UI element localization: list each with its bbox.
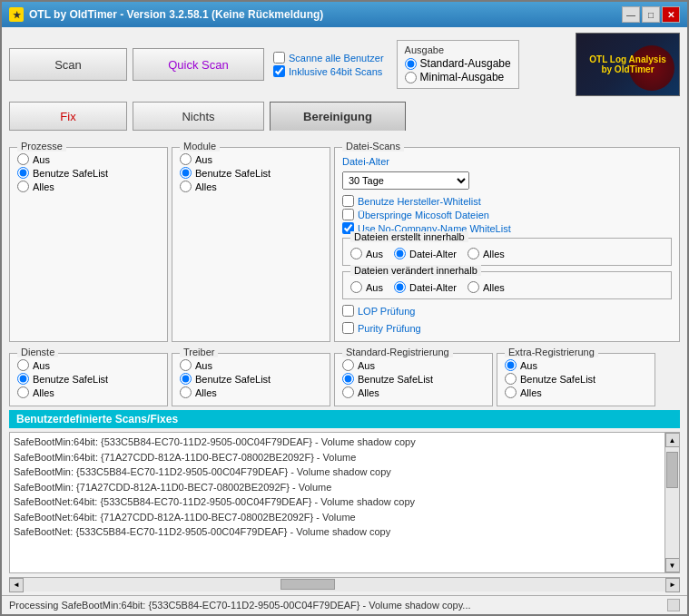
erstellt-alles-row: Alles [468,248,505,259]
module-alles-label: Alles [195,181,217,192]
quick-scan-button[interactable]: Quick Scan [133,48,264,81]
log-scrollbar: ▲ ▼ [664,433,679,572]
scanne-alle-benutzer-row: Scanne alle Benutzer [273,52,384,64]
logo-line2: by OldTimer [601,64,654,74]
datei-alter-select[interactable]: 30 Tage 7 Tage 14 Tage 60 Tage [342,171,469,190]
ausgabe-group: Ausgabe Standard-Ausgabe Minimal-Ausgabe [397,40,519,89]
erstellt-aus-label: Aus [366,249,383,259]
logo-text: OTL Log Analysis by OldTimer [589,54,665,74]
scan-button[interactable]: Scan [9,48,127,81]
extra-reg-alles-radio[interactable] [505,386,517,398]
minimal-ausgabe-radio[interactable] [405,72,417,83]
standard-ausgabe-label: Standard-Ausgabe [420,57,511,70]
maximize-button[interactable]: □ [642,6,660,23]
std-reg-alles-radio[interactable] [342,386,354,398]
treiber-aus-radio[interactable] [180,359,192,371]
minimize-button[interactable]: — [622,6,640,23]
veraendert-alles-row: Alles [468,281,505,293]
module-safelist-radio[interactable] [180,167,192,179]
log-content: SafeBootMin:64bit: {533C5B84-EC70-11D2-9… [10,433,664,572]
prozesse-aus-radio[interactable] [17,153,29,165]
datei-scans-group: Datei-Scans Datei-Alter 30 Tage 7 Tage 1… [334,147,680,342]
status-bar: Processing SafeBootMin:64bit: {533C5B84-… [2,595,687,614]
erstellt-datei-alter-radio[interactable] [394,248,406,259]
purity-pruefung-row: Purity Prüfung [342,322,672,334]
veraendert-aus-radio[interactable] [350,281,362,293]
purity-pruefung-checkbox[interactable] [342,322,354,334]
std-reg-alles-label: Alles [358,387,379,398]
module-aus-row: Aus [180,153,322,165]
h-scroll-left-button[interactable]: ◄ [9,578,24,592]
panels-row2: Dienste Aus Benutze SafeList Alles Treib… [9,346,680,406]
treiber-safelist-row: Benutze SafeList [180,373,322,385]
extra-reg-group: Extra-Registrierung Aus Benutze SafeList… [497,353,655,406]
dienste-aus-radio[interactable] [17,359,29,371]
dateien-erstellt-radios: Aus Datei-Alter Alles [350,246,664,261]
prozesse-safelist-label: Benutze SafeList [33,168,108,179]
extra-reg-safelist-radio[interactable] [505,373,517,385]
extra-reg-alles-row: Alles [505,386,647,398]
extra-reg-title: Extra-Registrierung [505,347,598,357]
fix-button[interactable]: Fix [9,102,127,131]
prozesse-alles-radio[interactable] [17,181,29,192]
dateien-veraendert-group: Dateien verändert innerhalb Aus Datei-Al… [342,271,672,299]
bereinigung-button[interactable]: Bereinigung [270,102,406,131]
treiber-alles-radio[interactable] [180,386,192,398]
dienste-alles-radio[interactable] [17,386,29,398]
prozesse-aus-label: Aus [33,154,50,165]
h-scroll-thumb[interactable] [281,579,335,590]
standard-ausgabe-radio[interactable] [405,58,417,70]
scroll-up-button[interactable]: ▲ [665,433,680,447]
erstellt-aus-radio[interactable] [350,248,362,259]
h-scroll-right-button[interactable]: ► [665,578,680,592]
prozesse-alles-label: Alles [33,181,54,192]
module-safelist-label: Benutze SafeList [195,168,271,179]
prozesse-alles-row: Alles [17,181,160,192]
log-line: SafeBootMin: {533C5B84-EC70-11D2-9505-00… [14,464,661,480]
purity-pruefung-label: Purity Prüfung [358,323,421,334]
hersteller-whitelist-checkbox[interactable] [342,195,354,207]
veraendert-alles-radio[interactable] [468,281,479,293]
erstellt-datei-alter-label: Datei-Alter [409,249,457,259]
log-area: SafeBootMin:64bit: {533C5B84-EC70-11D2-9… [9,432,680,573]
ueberspringe-row: Überspringe Micosoft Dateien [342,209,672,220]
extra-reg-safelist-label: Benutze SafeList [520,374,595,385]
toolbar-row1: Scan Quick Scan Scanne alle Benutzer Ink… [2,27,687,102]
hersteller-whitelist-row: Benutze Hersteller-Whitelist [342,195,672,207]
std-reg-alles-row: Alles [342,386,485,398]
veraendert-datei-alter-radio[interactable] [394,281,406,293]
prozesse-group: Prozesse Aus Benutze SafeList Alles [9,147,168,342]
lop-pruefung-checkbox[interactable] [342,305,354,317]
module-aus-label: Aus [195,154,212,165]
dienste-title: Dienste [17,347,58,357]
nichts-button[interactable]: Nichts [133,102,264,131]
inklusive-64bit-checkbox[interactable] [273,65,285,77]
module-alles-radio[interactable] [180,181,192,192]
title-bar-left: ★ OTL by OldTimer - Version 3.2.58.1 (Ke… [9,7,323,22]
dateien-veraendert-radios: Aus Datei-Alter Alles [350,279,664,295]
module-aus-radio[interactable] [180,153,192,165]
scroll-thumb[interactable] [666,452,678,488]
scanne-alle-benutzer-label: Scanne alle Benutzer [289,53,384,64]
dienste-safelist-radio[interactable] [17,373,29,385]
datei-scans-title: Datei-Scans [342,141,404,152]
std-reg-safelist-radio[interactable] [342,373,354,385]
std-reg-safelist-label: Benutze SafeList [358,374,433,385]
standard-ausgabe-row: Standard-Ausgabe [405,57,511,70]
dienste-aus-label: Aus [33,360,50,371]
ueberspringe-checkbox[interactable] [342,209,354,220]
dateien-erstellt-group: Dateien erstellt innerhalb Aus Datei-Alt… [342,238,672,266]
extra-reg-aus-radio[interactable] [505,359,517,371]
scanne-alle-benutzer-checkbox[interactable] [273,52,285,64]
erstellt-alles-radio[interactable] [468,248,479,259]
prozesse-safelist-radio[interactable] [17,167,29,179]
treiber-safelist-radio[interactable] [180,373,192,385]
treiber-title: Treiber [180,347,218,357]
dateien-erstellt-title: Dateien erstellt innerhalb [350,231,468,242]
std-reg-aus-radio[interactable] [342,359,354,371]
scroll-down-button[interactable]: ▼ [665,558,680,572]
panels-row1: Prozesse Aus Benutze SafeList Alles Modu… [9,140,680,342]
ueberspringe-label: Überspringe Micosoft Dateien [358,210,489,220]
log-line: SafeBootNet:64bit: {71A27CDD-812A-11D0-B… [14,510,661,525]
close-button[interactable]: ✕ [662,6,680,23]
